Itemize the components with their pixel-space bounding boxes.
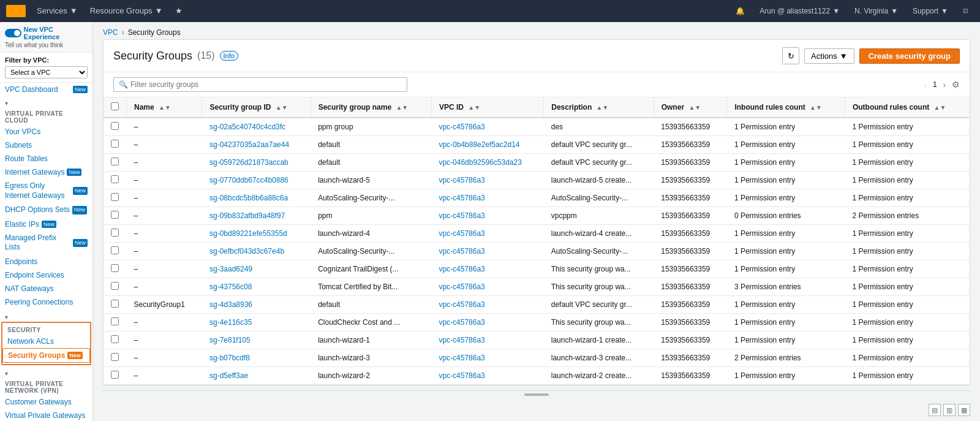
row-checkbox-11[interactable] — [111, 317, 119, 325]
vpn-section-collapse[interactable]: ▾ — [0, 369, 92, 378]
row-sg-id-1[interactable]: sg-04237035a2aa7ae44 — [202, 136, 311, 154]
row-vpc-id-5[interactable]: vpc-c45786a3 — [431, 207, 543, 225]
security-section-collapse[interactable]: ▾ — [0, 313, 92, 322]
row-sg-id-13[interactable]: sg-b07bcdf8 — [202, 349, 311, 367]
sidebar-item-nat-gateways[interactable]: NAT Gateways — [0, 282, 92, 295]
row-checkbox-3[interactable] — [111, 175, 119, 183]
detail-view-icon[interactable]: ▥ — [943, 404, 956, 416]
row-vpc-id-6[interactable]: vpc-c45786a3 — [431, 225, 543, 243]
row-vpc-id-3[interactable]: vpc-c45786a3 — [431, 172, 543, 189]
sidebar-item-elastic-ips[interactable]: Elastic IPs New — [0, 218, 92, 231]
sidebar-collapse-button[interactable]: ‹ — [92, 214, 93, 229]
bookmark-icon[interactable]: ★ — [169, 0, 189, 22]
sg-name-sort-icon[interactable]: ▲▼ — [396, 104, 408, 111]
row-checkbox-10[interactable] — [111, 300, 119, 308]
row-checkbox-12[interactable] — [111, 335, 119, 343]
sidebar-item-your-vpcs[interactable]: Your VPCs — [0, 125, 92, 138]
resource-groups-menu[interactable]: Resource Groups ▼ — [84, 0, 169, 22]
sidebar-item-internet-gateways[interactable]: Internet Gateways New — [0, 165, 92, 179]
row-sg-id-3[interactable]: sg-0770ddb67cc4b0886 — [202, 172, 311, 189]
row-sg-id-11[interactable]: sg-4e116c35 — [202, 314, 311, 332]
sidebar-item-virtual-private-gateways[interactable]: Virtual Private Gateways — [0, 409, 92, 421]
row-checkbox-13[interactable] — [111, 353, 119, 361]
services-menu[interactable]: Services ▼ — [31, 0, 84, 22]
row-vpc-id-1[interactable]: vpc-0b4b88e2ef5ac2d14 — [431, 136, 543, 154]
row-vpc-id-10[interactable]: vpc-c45786a3 — [431, 296, 543, 314]
vpc-experience-toggle[interactable] — [5, 29, 21, 37]
sg-id-sort-icon[interactable]: ▲▼ — [276, 104, 288, 111]
split-view-icon[interactable]: ▤ — [929, 404, 941, 416]
row-sg-id-5[interactable]: sg-09b832afbd9a48f97 — [202, 207, 311, 225]
grid-view-icon[interactable]: ▦ — [958, 404, 970, 416]
row-sg-id-6[interactable]: sg-0bd89221efe55355d — [202, 225, 311, 243]
sidebar-item-endpoint-services[interactable]: Endpoint Services — [0, 268, 92, 282]
sidebar-item-prefix-lists[interactable]: Managed Prefix Lists New — [0, 231, 92, 255]
vpc-dashboard-link[interactable]: VPC Dashboard — [5, 85, 58, 94]
outbound-sort-icon[interactable]: ▲▼ — [934, 104, 946, 111]
description-sort-icon[interactable]: ▲▼ — [597, 104, 609, 111]
sidebar-item-endpoints[interactable]: Endpoints — [0, 255, 92, 268]
vpc-section-collapse[interactable]: ▾ — [0, 99, 92, 108]
row-checkbox-1[interactable] — [111, 140, 119, 148]
sidebar-item-egress-only-gateways[interactable]: Egress Only Internet Gateways New — [0, 179, 92, 203]
sidebar-item-route-tables[interactable]: Route Tables — [0, 152, 92, 165]
row-sg-id-2[interactable]: sg-059726d21873accab — [202, 154, 311, 172]
vpc-id-sort-icon[interactable]: ▲▼ — [468, 104, 480, 111]
row-vpc-id-14[interactable]: vpc-c45786a3 — [431, 367, 543, 385]
row-checkbox-6[interactable] — [111, 229, 119, 237]
row-vpc-id-2[interactable]: vpc-046db92596c53da23 — [431, 154, 543, 172]
vpc-filter-select[interactable]: Select a VPC — [5, 66, 88, 78]
row-vpc-id-8[interactable]: vpc-c45786a3 — [431, 260, 543, 278]
row-sg-id-12[interactable]: sg-7e81f105 — [202, 332, 311, 349]
search-input[interactable] — [130, 80, 402, 89]
create-security-group-button[interactable]: Create security group — [859, 48, 960, 64]
sidebar-item-peering-connections[interactable]: Peering Connections — [0, 295, 92, 309]
row-sg-id-0[interactable]: sg-02a5c40740c4cd3fc — [202, 118, 311, 136]
sidebar-item-subnets[interactable]: Subnets — [0, 138, 92, 152]
fullscreen-toggle[interactable]: ⊡ — [957, 0, 974, 22]
row-vpc-id-9[interactable]: vpc-c45786a3 — [431, 278, 543, 296]
row-checkbox-2[interactable] — [111, 157, 119, 165]
sidebar-item-security-groups[interactable]: Security Groups New — [2, 348, 90, 363]
row-sg-id-14[interactable]: sg-d5eff3ae — [202, 367, 311, 385]
row-sg-id-4[interactable]: sg-08bcdc5b8b6a88c6a — [202, 189, 311, 207]
region-menu[interactable]: N. Virginia ▼ — [848, 0, 904, 22]
resize-handle[interactable] — [524, 393, 549, 396]
inbound-sort-icon[interactable]: ▲▼ — [810, 104, 822, 111]
row-vpc-id-0[interactable]: vpc-c45786a3 — [431, 118, 543, 136]
row-sg-name-6: launch-wizard-4 — [311, 225, 431, 243]
row-checkbox-4[interactable] — [111, 193, 119, 201]
sidebar-item-network-acls[interactable]: Network ACLs — [2, 335, 90, 348]
notifications-bell[interactable]: 🔔 — [729, 0, 751, 22]
refresh-button[interactable]: ↻ — [782, 47, 799, 64]
row-checkbox-8[interactable] — [111, 264, 119, 272]
row-sg-id-7[interactable]: sg-0efbcf043d3c67e4b — [202, 243, 311, 260]
column-settings-icon[interactable]: ⚙ — [952, 80, 960, 89]
row-vpc-id-4[interactable]: vpc-c45786a3 — [431, 189, 543, 207]
info-badge[interactable]: Info — [220, 51, 238, 61]
support-menu[interactable]: Support ▼ — [907, 0, 954, 22]
sidebar-item-customer-gateways[interactable]: Customer Gateways — [0, 395, 92, 409]
row-sg-id-10[interactable]: sg-4d3a8936 — [202, 296, 311, 314]
actions-button[interactable]: Actions ▼ — [804, 48, 854, 64]
owner-sort-icon[interactable]: ▲▼ — [688, 104, 701, 111]
row-vpc-id-11[interactable]: vpc-c45786a3 — [431, 314, 543, 332]
user-account-menu[interactable]: Arun @ aliastest1122 ▼ — [753, 0, 846, 22]
row-checkbox-0[interactable] — [111, 122, 119, 130]
sidebar-item-dhcp-options[interactable]: DHCP Options Sets New — [0, 203, 92, 218]
row-vpc-id-7[interactable]: vpc-c45786a3 — [431, 243, 543, 260]
row-vpc-id-12[interactable]: vpc-c45786a3 — [431, 332, 543, 349]
row-sg-id-9[interactable]: sg-43756c08 — [202, 278, 311, 296]
row-checkbox-9[interactable] — [111, 282, 119, 290]
row-checkbox-7[interactable] — [111, 246, 119, 254]
row-sg-id-8[interactable]: sg-3aad6249 — [202, 260, 311, 278]
name-sort-icon[interactable]: ▲▼ — [159, 104, 171, 111]
row-vpc-id-13[interactable]: vpc-c45786a3 — [431, 349, 543, 367]
prev-page-button[interactable]: ‹ — [922, 79, 929, 91]
row-outbound-10: 1 Permission entry — [845, 296, 970, 314]
row-checkbox-14[interactable] — [111, 371, 119, 379]
next-page-button[interactable]: › — [941, 79, 948, 91]
select-all-checkbox[interactable] — [111, 102, 119, 110]
row-checkbox-5[interactable] — [111, 211, 119, 219]
breadcrumb-vpc-link[interactable]: VPC — [103, 28, 118, 37]
